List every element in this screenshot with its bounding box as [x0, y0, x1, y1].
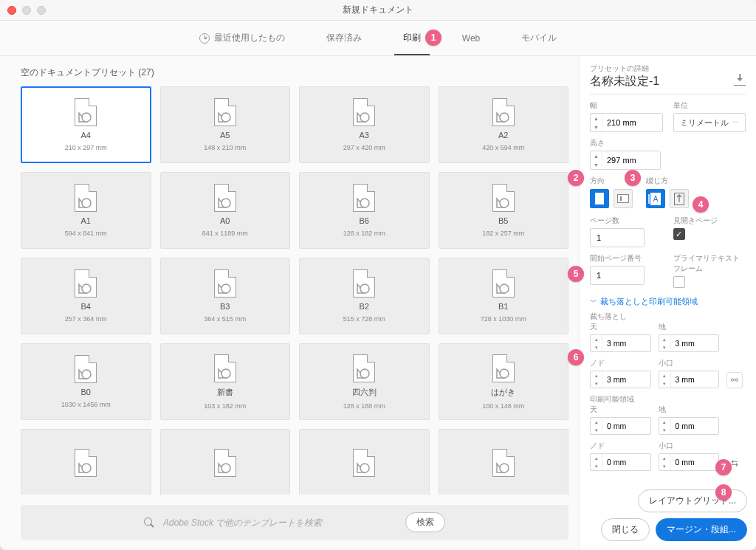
preset-card[interactable]: A2420 x 594 mm — [439, 86, 569, 163]
page-icon — [75, 355, 97, 383]
tab-print[interactable]: 印刷 — [403, 21, 421, 55]
slug-bottom[interactable]: ▴▾ — [659, 417, 720, 435]
preset-card[interactable]: 新書103 x 182 mm — [160, 343, 291, 420]
save-preset-icon[interactable] — [734, 78, 746, 86]
details-heading: プリセットの詳細 — [590, 63, 746, 74]
link-slug-icon[interactable]: ⇆ — [726, 455, 743, 471]
preset-name: A3 — [360, 131, 369, 140]
search-button[interactable]: 検索 — [405, 512, 445, 532]
orientation-portrait[interactable] — [590, 189, 609, 208]
start-page-field[interactable] — [590, 266, 645, 285]
bleed-top[interactable]: ▴▾ — [590, 334, 651, 352]
preset-size: 728 x 1030 mm — [481, 315, 526, 323]
preset-name: B5 — [498, 216, 508, 225]
page-icon — [214, 98, 236, 126]
link-bleed-icon[interactable]: ⚯ — [726, 372, 743, 388]
slug-inside[interactable]: ▴▾ — [590, 453, 651, 471]
binding-left[interactable]: A — [646, 189, 665, 208]
preset-card[interactable]: B2515 x 728 mm — [299, 258, 430, 334]
callout-1: 1 — [425, 30, 441, 46]
preset-card[interactable]: A5148 x 210 mm — [160, 86, 291, 163]
preset-size: 515 x 728 mm — [343, 315, 385, 323]
preset-size: 148 x 210 mm — [204, 144, 246, 151]
svg-point-1 — [82, 113, 91, 122]
preset-card[interactable]: B1728 x 1030 mm — [439, 258, 569, 334]
layout-grid-button[interactable]: レイアウトグリッド... — [638, 489, 747, 512]
preset-card[interactable] — [21, 429, 151, 495]
slug-top[interactable]: ▴▾ — [590, 417, 651, 435]
svg-point-35 — [221, 464, 230, 472]
svg-point-29 — [360, 369, 369, 378]
orientation-landscape[interactable] — [614, 189, 633, 208]
preset-name: B2 — [360, 302, 369, 311]
page-icon — [214, 354, 236, 382]
page-icon — [75, 184, 97, 212]
height-field[interactable]: ▲▼ — [590, 151, 661, 170]
search-input[interactable] — [162, 517, 398, 529]
tab-saved[interactable]: 保存済み — [326, 21, 362, 55]
bleed-outside[interactable]: ▴▾ — [659, 371, 720, 388]
svg-point-17 — [82, 284, 91, 293]
preset-name: A1 — [81, 216, 91, 225]
preset-card[interactable]: 四六判128 x 188 mm — [299, 343, 430, 420]
close-button[interactable]: 閉じる — [601, 518, 650, 541]
svg-point-19 — [221, 284, 230, 293]
preset-card[interactable]: B3364 x 515 mm — [160, 258, 291, 334]
slug-outside[interactable]: ▴▾ — [659, 453, 720, 471]
preset-size: 103 x 182 mm — [204, 402, 246, 410]
preset-name: 新書 — [217, 387, 233, 398]
primary-text-frame-checkbox[interactable] — [673, 276, 685, 288]
preset-name: A4 — [81, 131, 91, 140]
units-select[interactable]: ミリメートル﹀ — [673, 113, 746, 132]
preset-card[interactable] — [439, 429, 569, 495]
preset-card[interactable]: A4210 x 297 mm — [21, 86, 151, 163]
bleed-inside[interactable]: ▴▾ — [590, 371, 651, 388]
binding-right[interactable] — [670, 189, 689, 208]
preset-name: A2 — [498, 131, 508, 140]
preset-size: 100 x 148 mm — [482, 402, 524, 410]
page-icon — [214, 269, 236, 298]
svg-point-27 — [221, 369, 230, 378]
width-field[interactable]: ▲▼ — [590, 113, 663, 132]
bleed-disclosure[interactable]: ﹀裁ち落としと印刷可能領域 — [590, 296, 746, 307]
preset-size: 128 x 188 mm — [343, 402, 385, 410]
preset-card[interactable]: B01030 x 1456 mm — [21, 343, 151, 420]
svg-point-33 — [82, 464, 91, 472]
pages-field[interactable] — [590, 228, 645, 247]
tab-recent[interactable]: 最近使用したもの — [199, 21, 285, 55]
preset-size: 594 x 841 mm — [65, 230, 107, 237]
preset-card[interactable]: はがき100 x 148 mm — [439, 343, 569, 420]
preset-card[interactable]: A1594 x 841 mm — [21, 172, 151, 249]
preset-card[interactable] — [160, 429, 291, 495]
preset-size: 210 x 297 mm — [65, 144, 107, 151]
close-window-icon[interactable] — [7, 6, 16, 15]
svg-point-5 — [360, 113, 369, 122]
details-panel: プリセットの詳細 名称未設定-1 幅 ▲▼ 単位 — [579, 56, 756, 550]
preset-card[interactable] — [299, 429, 430, 495]
tab-mobile[interactable]: モバイル — [521, 21, 557, 55]
page-icon — [353, 354, 375, 382]
page-icon — [75, 98, 97, 126]
preset-card[interactable]: B4257 x 364 mm — [21, 258, 151, 334]
preset-card[interactable]: B6128 x 182 mm — [299, 172, 430, 249]
svg-point-7 — [500, 113, 509, 122]
svg-point-3 — [221, 113, 230, 122]
page-icon — [492, 98, 515, 126]
margins-button[interactable]: マージン・段組... — [656, 518, 747, 541]
page-icon — [492, 269, 515, 298]
titlebar: 新規ドキュメント — [0, 0, 756, 21]
document-name[interactable]: 名称未設定-1 — [590, 74, 659, 89]
preset-card[interactable]: A0841 x 1189 mm — [160, 172, 291, 249]
tab-web[interactable]: Web — [462, 23, 480, 54]
preset-name: B6 — [360, 216, 369, 225]
bleed-bottom[interactable]: ▴▾ — [659, 334, 720, 352]
page-icon — [214, 449, 236, 477]
preset-card[interactable]: B5182 x 257 mm — [439, 172, 569, 249]
preset-size: 841 x 1189 mm — [202, 230, 248, 237]
preset-name: 四六判 — [352, 387, 377, 398]
facing-pages-checkbox[interactable]: ✓ — [673, 228, 685, 240]
preset-name: B4 — [81, 302, 91, 311]
page-icon — [353, 269, 375, 298]
preset-card[interactable]: A3297 x 420 mm — [299, 86, 430, 163]
svg-point-39 — [500, 464, 509, 472]
